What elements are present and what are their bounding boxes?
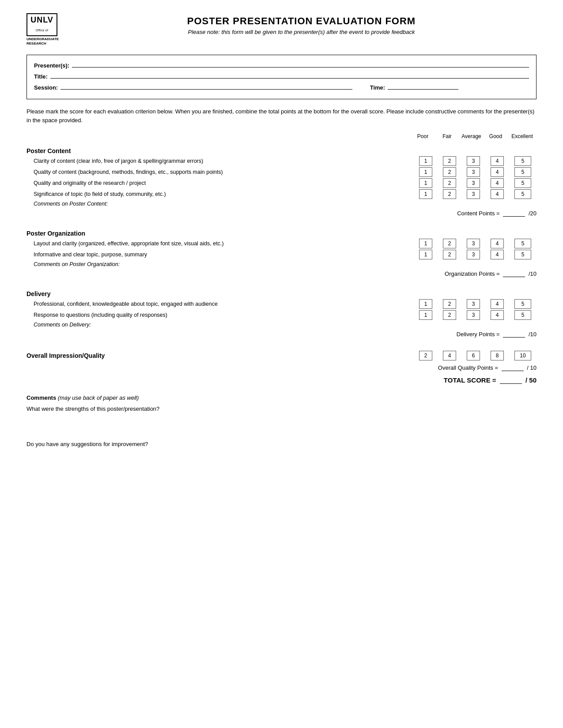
criterion-row-d2: Response to questions (including quality… [26,310,537,320]
score-box-pc2-poor[interactable]: 1 [419,167,432,177]
score-box-d1-poor[interactable]: 1 [419,299,432,309]
presenter-input[interactable] [72,60,529,68]
score-box-pc3-excellent[interactable]: 5 [514,178,531,188]
time-row: Time: [370,83,529,91]
d-comments-label: Comments on Delivery: [26,322,537,328]
score-box-pc2-excellent[interactable]: 5 [514,167,531,177]
score-box-d1-excellent[interactable]: 5 [514,299,531,309]
score-boxes-pc2: 1 2 3 4 5 [404,167,537,177]
score-box-pc3-poor[interactable]: 1 [419,178,432,188]
criterion-text-po2: Informative and clear topic, purpose, su… [26,251,404,258]
criterion-row-pc1: Clarity of content (clear info, free of … [26,156,537,166]
score-boxes-pc3: 1 2 3 4 5 [404,178,537,188]
score-box-po1-average[interactable]: 3 [467,239,480,248]
score-box-d2-fair[interactable]: 2 [443,310,456,320]
score-box-pc4-poor[interactable]: 1 [419,189,432,199]
logo-sub: Office of [36,29,49,32]
score-box-pc1-excellent[interactable]: 5 [514,156,531,166]
instructions: Please mark the score for each evaluatio… [26,107,537,124]
title-row: Title: [34,71,529,80]
score-box-pc1-fair[interactable]: 2 [443,156,456,166]
criterion-row-po2: Informative and clear topic, purpose, su… [26,250,537,259]
score-box-d2-excellent[interactable]: 5 [514,310,531,320]
logo-area: UNLV Office of UNDERGRADUATERESEARCH [26,13,66,46]
overall-quality-row: Overall Quality Points = / 10 [26,364,537,371]
poster-org-title: Poster Organization [26,230,537,237]
answer-space-1 [26,412,537,436]
criterion-row-d1: Professional, confident, knowledgeable a… [26,299,537,309]
score-box-pc2-average[interactable]: 3 [467,167,480,177]
d-points-label: Delivery Points = [457,331,500,338]
time-input[interactable] [388,83,458,90]
score-box-pc4-good[interactable]: 4 [491,189,504,199]
subtitle: Please note: this form will be given to … [66,29,537,35]
overall-points-label: Overall Quality Points = [438,364,498,371]
score-box-po2-excellent[interactable]: 5 [514,250,531,259]
po-points-input[interactable] [503,270,525,277]
score-box-d1-good[interactable]: 4 [491,299,504,309]
question1: What were the strengths of this poster/p… [26,405,537,412]
score-box-pc3-fair[interactable]: 2 [443,178,456,188]
score-box-pc4-average[interactable]: 3 [467,189,480,199]
score-box-pc3-good[interactable]: 4 [491,178,504,188]
score-box-overall-1[interactable]: 2 [419,351,432,360]
pc-points-input[interactable] [503,210,525,217]
pc-comments-label: Comments on Poster Content: [26,201,537,207]
criterion-row-pc4: Significance of topic (to field of study… [26,189,537,199]
score-box-overall-4[interactable]: 8 [491,351,504,360]
d-points-input[interactable] [503,330,525,338]
score-box-po1-excellent[interactable]: 5 [514,239,531,248]
total-score-input[interactable] [500,377,522,384]
score-box-po2-average[interactable]: 3 [467,250,480,259]
score-box-pc2-good[interactable]: 4 [491,167,504,177]
criterion-text-pc4: Significance of topic (to field of study… [26,191,404,197]
score-box-d2-poor[interactable]: 1 [419,310,432,320]
answer-space-2 [26,447,537,472]
poster-content-title: Poster Content [26,147,537,154]
score-box-po1-good[interactable]: 4 [491,239,504,248]
comments-label: Comments [26,394,56,401]
po-points-total: /10 [529,270,537,277]
score-box-overall-5[interactable]: 10 [514,351,531,360]
overall-points-total: / 10 [527,364,537,371]
score-box-pc1-average[interactable]: 3 [467,156,480,166]
criterion-text-d1: Professional, confident, knowledgeable a… [26,301,404,307]
overall-points-input[interactable] [502,364,524,371]
total-score-label: TOTAL SCORE = [444,376,496,384]
delivery-title: Delivery [26,290,537,297]
score-box-pc1-poor[interactable]: 1 [419,156,432,166]
score-box-po2-good[interactable]: 4 [491,250,504,259]
criterion-text-pc2: Quality of content (background, methods,… [26,169,404,175]
score-box-d1-average[interactable]: 3 [467,299,480,309]
score-box-pc4-fair[interactable]: 2 [443,189,456,199]
score-box-po2-poor[interactable]: 1 [419,250,432,259]
score-boxes-pc4: 1 2 3 4 5 [404,189,537,199]
po-comments-label: Comments on Poster Organization: [26,261,537,267]
presenter-label: Presenter(s): [34,62,69,69]
title-input[interactable] [50,71,529,79]
criterion-text-pc3: Quality and originality of the research … [26,180,404,186]
criterion-text-pc1: Clarity of content (clear info, free of … [26,158,404,164]
score-box-pc1-good[interactable]: 4 [491,156,504,166]
score-box-d2-average[interactable]: 3 [467,310,480,320]
time-label: Time: [370,84,385,91]
score-box-overall-2[interactable]: 4 [443,351,456,360]
score-box-po2-fair[interactable]: 2 [443,250,456,259]
score-box-po1-fair[interactable]: 2 [443,239,456,248]
score-box-pc2-fair[interactable]: 2 [443,167,456,177]
overall-row: Overall Impression/Quality 2 4 6 8 10 [26,351,537,360]
score-box-pc4-excellent[interactable]: 5 [514,189,531,199]
logo-undergrad: UNDERGRADUATERESEARCH [26,37,66,46]
score-box-d2-good[interactable]: 4 [491,310,504,320]
unlv-logo: UNLV Office of [26,13,57,36]
score-box-overall-3[interactable]: 6 [467,351,480,360]
comments-section: Comments (may use back of paper as well)… [26,394,537,472]
score-box-d1-fair[interactable]: 2 [443,299,456,309]
session-input[interactable] [60,83,352,90]
good-header: Good [484,133,508,139]
main-title: POSTER PRESENTATION EVALUATION FORM [66,15,537,27]
criterion-text-po1: Layout and clarity (organized, effective… [26,240,404,247]
total-score-row: TOTAL SCORE = / 50 [26,376,537,384]
score-box-pc3-average[interactable]: 3 [467,178,480,188]
score-box-po1-poor[interactable]: 1 [419,239,432,248]
